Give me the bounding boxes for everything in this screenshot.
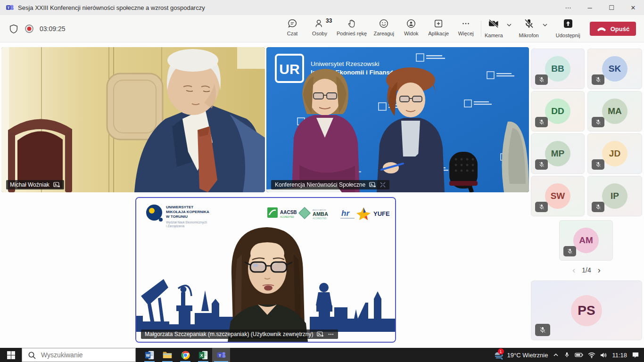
tile-more-menu[interactable]: ⋯ — [328, 331, 334, 337]
avatar: JD — [602, 141, 627, 166]
taskbar-app-chrome[interactable] — [176, 348, 194, 362]
participant-tile-am[interactable]: AM — [559, 220, 613, 261]
video-feed-office-man — [1, 47, 265, 192]
video-feed-studio: UR Uniwersytet Rzeszowski Instytut Ekono… — [266, 47, 529, 192]
windows-logo-icon — [7, 351, 15, 359]
share-button[interactable]: Udostępnij — [556, 18, 580, 38]
pager-prev-chevron[interactable]: ‹ — [572, 265, 575, 275]
svg-text:AACSB: AACSB — [280, 210, 297, 215]
taskbar-app-teams[interactable]: T — [212, 348, 230, 362]
chat-button[interactable]: Czat — [282, 18, 303, 36]
taskbar-app-file-explorer[interactable] — [158, 348, 176, 362]
svg-text:Wydział Nauk Ekonomicznych: Wydział Nauk Ekonomicznych — [166, 221, 207, 224]
microphone-label: Mikrofon — [519, 33, 539, 38]
weather-widget[interactable]: 1 19°C Wietrznie — [494, 350, 548, 360]
people-button[interactable]: 33 Osoby — [309, 18, 330, 36]
video-tile-malgorzata[interactable]: UNIWERSYTET MIKOŁAJA KOPERNIKA W TORUNIU… — [135, 197, 396, 343]
camera-label: Kamera — [485, 33, 503, 38]
participant-tile-ip[interactable]: IP — [587, 176, 642, 216]
react-button[interactable]: Zareaguj — [373, 18, 394, 36]
participant-tile-bb[interactable]: BB — [531, 49, 585, 89]
camera-options-chevron[interactable] — [506, 22, 512, 28]
svg-text:UNIWERSYTET: UNIWERSYTET — [166, 205, 193, 209]
mic-muted-icon — [535, 159, 548, 170]
meeting-toolbar: 03:09:25 Czat 33 Osoby Podnieś rę — [0, 15, 644, 42]
participant-name: Konferencja Nierówności Społeczne — [275, 181, 365, 188]
weather-text: 19°C Wietrznie — [507, 352, 548, 359]
avatar: MA — [602, 99, 627, 124]
avatar: IP — [602, 183, 627, 209]
participant-name-label: Małgorzata Szczepaniak (m.szczepaniak) (… — [141, 329, 338, 339]
video-tile-michal-wozniak[interactable]: Michał Woźniak — [1, 47, 265, 192]
svg-text:YUFE: YUFE — [373, 210, 390, 217]
recording-indicator-icon — [25, 24, 34, 33]
window-maximize-button[interactable]: ☐ — [601, 0, 622, 15]
woman-speaker — [228, 227, 308, 342]
title-bar: T Sesja XXIII Konferencji nierówności sp… — [0, 0, 644, 15]
tray-wifi-icon[interactable] — [588, 352, 595, 358]
window-close-button[interactable]: ✕ — [622, 0, 644, 15]
raise-hand-button[interactable]: Podnieś rękę — [337, 18, 367, 36]
taskbar-app-word[interactable]: W — [140, 348, 158, 362]
more-label: Więcej — [458, 31, 474, 36]
call-merge-icon — [380, 182, 386, 188]
svg-text:hr: hr — [341, 209, 350, 218]
taskbar-search[interactable] — [22, 348, 136, 362]
word-icon: W — [145, 350, 155, 360]
svg-text:ACCREDITED: ACCREDITED — [313, 217, 327, 220]
participant-tile-sw[interactable]: SW — [531, 176, 585, 216]
pager-next-chevron[interactable]: › — [598, 265, 601, 275]
spotlight-pin-icon — [53, 182, 60, 188]
notification-count-badge: 1 — [498, 348, 504, 354]
excel-icon: X — [198, 350, 208, 360]
microphone-button[interactable]: Mikrofon — [519, 18, 539, 38]
participants-pager: ‹ 1/4 › — [531, 264, 642, 276]
mic-muted-icon — [535, 324, 550, 336]
avatar: DD — [545, 99, 570, 124]
tray-microphone-icon[interactable] — [564, 352, 570, 358]
leave-button[interactable]: Opuść — [590, 22, 636, 36]
participant-tile-mp[interactable]: MP — [531, 133, 585, 174]
apps-button[interactable]: Aplikacje — [428, 18, 449, 36]
more-button[interactable]: Więcej — [455, 18, 476, 36]
amba-badge: ASSOCIATION AMBA ACCREDITED — [299, 207, 328, 220]
toolbar-divider — [481, 21, 481, 37]
action-center-icon[interactable] — [632, 352, 639, 358]
search-input[interactable] — [22, 348, 135, 362]
window-more-button[interactable]: ⋯ — [557, 0, 579, 15]
mic-muted-icon — [592, 202, 604, 212]
search-icon — [28, 351, 36, 360]
tray-expand-chevron[interactable] — [553, 352, 559, 358]
participant-name: Małgorzata Szczepaniak (m.szczepaniak) (… — [145, 331, 313, 337]
raise-hand-label: Podnieś rękę — [337, 31, 367, 36]
video-tile-konferencja[interactable]: UR Uniwersytet Rzeszowski Instytut Ekono… — [266, 47, 529, 192]
tray-volume-icon[interactable] — [600, 352, 607, 358]
apps-plus-icon — [433, 18, 444, 29]
svg-text:T: T — [219, 353, 221, 357]
participant-tile-sk[interactable]: SK — [587, 49, 642, 89]
participant-tile-jd[interactable]: JD — [587, 133, 642, 174]
svg-text:W: W — [146, 353, 150, 358]
view-button[interactable]: Widok — [401, 18, 421, 36]
participant-tile-ma[interactable]: MA — [587, 91, 642, 132]
tray-clock[interactable]: 11:18 — [612, 352, 627, 359]
react-smiley-icon — [379, 18, 389, 29]
microphone-off-icon — [523, 18, 535, 31]
mic-muted-icon — [592, 117, 604, 127]
recording-timer: 03:09:25 — [40, 25, 66, 33]
react-label: Zareaguj — [374, 31, 394, 36]
participant-tile-dd[interactable]: DD — [531, 91, 585, 132]
microphone-options-chevron[interactable] — [542, 22, 548, 28]
tray-battery-icon[interactable] — [575, 352, 583, 358]
participant-tile-ps[interactable]: PS — [531, 280, 642, 340]
mic-muted-icon — [535, 74, 548, 85]
view-label: Widok — [404, 31, 419, 36]
window-minimize-button[interactable]: ─ — [579, 0, 601, 15]
taskbar-app-excel[interactable]: X — [194, 348, 212, 362]
start-button[interactable] — [0, 348, 22, 362]
avatar: SW — [545, 183, 570, 209]
camera-button[interactable]: Kamera — [485, 18, 503, 38]
apps-label: Aplikacje — [428, 31, 449, 36]
shield-privacy-icon — [8, 24, 19, 34]
participant-name-label: Michał Woźniak — [6, 180, 64, 189]
